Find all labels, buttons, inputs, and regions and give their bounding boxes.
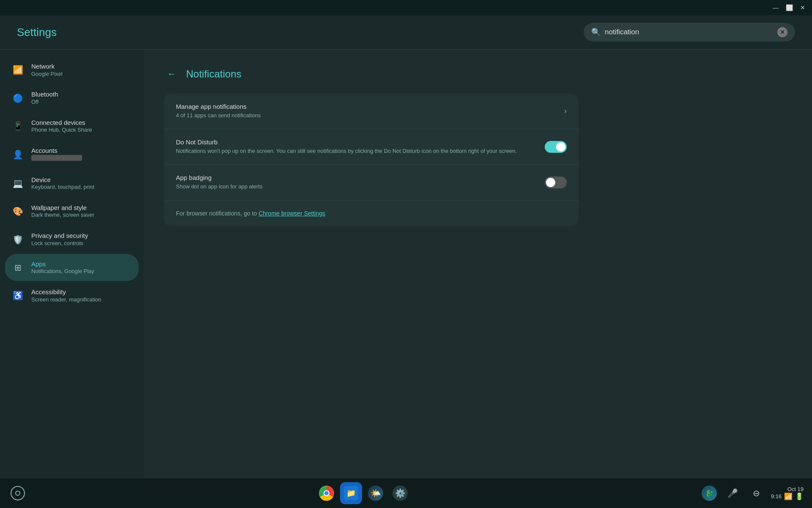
minimize-button[interactable]: — [770,2,782,14]
sidebar-item-wallpaper-title: Wallpaper and style [31,204,132,212]
account-icon: 👤 [12,149,24,160]
chevron-right-icon: › [564,107,567,116]
bluetooth-icon: 🔵 [12,92,24,104]
sidebar-item-accessibility-title: Accessibility [31,288,132,296]
sidebar-item-accessibility-sub: Screen reader, magnification [31,296,132,304]
do-not-disturb-toggle-knob [556,142,565,152]
sidebar-item-privacy-title: Privacy and security [31,232,132,240]
title-bar: — ⬜ ✕ [0,0,812,15]
browser-notification-row: For browser notifications, go to Chrome … [164,201,579,226]
taskbar-chrome-button[interactable] [315,482,337,504]
settings-gear-icon: ⚙️ [392,486,408,501]
search-bar[interactable]: 🔍 ✕ [584,23,795,41]
taskbar: 📁 🌤️ ⚙️ 🐉 🎤 ⊖ Oct 19 9:16 📶 🔋 [0,478,812,508]
sidebar-item-accounts-title: Accounts [31,146,132,155]
palette-icon: 🎨 [12,205,24,217]
sidebar-item-device-sub: Keyboard, touchpad, print [31,184,132,191]
panel-title: Notifications [186,68,241,80]
main-panel: ← Notifications Manage app notifications… [144,50,812,494]
app-badging-title: App badging [176,174,545,181]
devices-icon: 📱 [12,120,24,132]
sidebar-item-apps-sub: Notifications, Google Play [31,268,132,275]
manage-app-notifications-sub: 4 of 11 apps can send notifications [176,112,564,119]
taskbar-right: 🐉 🎤 ⊖ Oct 19 9:16 📶 🔋 [700,484,804,502]
manage-app-notifications-title: Manage app notifications [176,103,564,110]
top-header: Settings 🔍 ✕ [0,15,812,50]
sidebar-item-network-sub: Google Pixel [31,71,132,78]
grid-icon: ⊞ [12,262,24,273]
sidebar-item-connected-devices-sub: Phone Hub, Quick Share [31,127,132,134]
taskbar-files-button[interactable]: 📁 [340,482,362,504]
battery-icon: 🔋 [795,492,804,500]
sidebar: 📶 Network Google Pixel 🔵 Bluetooth Off 📱… [0,50,144,494]
do-not-disturb-sub: Notifications won't pop up on the screen… [176,147,545,155]
close-button[interactable]: ✕ [797,2,809,14]
sidebar-item-bluetooth-sub: Off [31,99,132,106]
sidebar-item-network-title: Network [31,62,132,71]
sidebar-item-wallpaper[interactable]: 🎨 Wallpaper and style Dark theme, screen… [5,198,139,225]
search-input[interactable] [605,28,773,36]
sidebar-item-accounts-sub [31,155,132,163]
files-icon: 📁 [344,486,358,500]
system-tray-icon: 🐉 [702,486,717,501]
do-not-disturb-row[interactable]: Do Not Disturb Notifications won't pop u… [164,129,579,165]
microphone-icon: 🎤 [727,488,738,498]
shield-icon: 🛡️ [12,234,24,246]
taskbar-settings-button[interactable]: ⚙️ [389,482,411,504]
home-circle-icon [11,486,25,500]
minus-circle-icon: ⊖ [753,488,760,498]
taskbar-time: 9:16 [771,493,782,500]
microphone-button[interactable]: 🎤 [724,484,742,502]
taskbar-apps: 📁 🌤️ ⚙️ [30,482,697,504]
sidebar-item-apps[interactable]: ⊞ Apps Notifications, Google Play [5,254,139,281]
accessibility-icon: ♿ [12,290,24,301]
sidebar-item-bluetooth-title: Bluetooth [31,90,132,99]
app-title: Settings [17,26,57,39]
content-area: 📶 Network Google Pixel 🔵 Bluetooth Off 📱… [0,50,812,494]
home-button[interactable] [8,484,27,502]
sidebar-item-connected-devices[interactable]: 📱 Connected devices Phone Hub, Quick Sha… [5,113,139,140]
taskbar-datetime[interactable]: Oct 19 9:16 📶 🔋 [771,486,804,501]
sidebar-item-wallpaper-sub: Dark theme, screen saver [31,212,132,219]
maximize-button[interactable]: ⬜ [783,2,795,14]
laptop-icon: 💻 [12,177,24,189]
sidebar-item-privacy[interactable]: 🛡️ Privacy and security Lock screen, con… [5,226,139,253]
app-badging-sub: Show dot on app icon for app alerts [176,183,545,190]
main-window: Settings 🔍 ✕ 📶 Network Google Pixel 🔵 Bl… [0,15,812,494]
sidebar-item-connected-devices-title: Connected devices [31,119,132,127]
sidebar-item-device-title: Device [31,176,132,184]
sidebar-item-network[interactable]: 📶 Network Google Pixel [5,56,139,83]
sidebar-item-device[interactable]: 💻 Device Keyboard, touchpad, print [5,170,139,197]
wifi-icon: 📶 [12,64,24,76]
search-clear-button[interactable]: ✕ [777,27,787,37]
app-badging-toggle[interactable] [545,177,567,188]
chrome-browser-settings-link[interactable]: Chrome browser Settings [258,210,325,217]
app-badging-row[interactable]: App badging Show dot on app icon for app… [164,165,579,200]
taskbar-weather-button[interactable]: 🌤️ [365,482,387,504]
app-badging-toggle-knob [546,178,555,187]
sidebar-item-accessibility[interactable]: ♿ Accessibility Screen reader, magnifica… [5,282,139,309]
manage-app-notifications-row[interactable]: Manage app notifications 4 of 11 apps ca… [164,94,579,129]
panel-header: ← Notifications [164,66,792,82]
search-icon: 🔍 [591,28,601,37]
wifi-status-icon: 📶 [784,492,793,500]
browser-note-prefix: For browser notifications, go to [176,210,258,217]
sidebar-item-apps-title: Apps [31,260,132,268]
do-not-disturb-taskbar-button[interactable]: ⊖ [747,484,766,502]
do-not-disturb-toggle[interactable] [545,141,567,153]
back-button[interactable]: ← [164,66,179,82]
weather-icon: 🌤️ [368,486,383,501]
sidebar-item-bluetooth[interactable]: 🔵 Bluetooth Off [5,84,139,111]
notifications-panel-card: Manage app notifications 4 of 11 apps ca… [164,94,579,226]
chrome-icon [319,486,334,501]
system-tray-button[interactable]: 🐉 [700,484,719,502]
sidebar-item-privacy-sub: Lock screen, controls [31,240,132,247]
do-not-disturb-title: Do Not Disturb [176,138,545,146]
sidebar-item-accounts[interactable]: 👤 Accounts [5,141,139,168]
taskbar-date: Oct 19 [787,486,804,493]
